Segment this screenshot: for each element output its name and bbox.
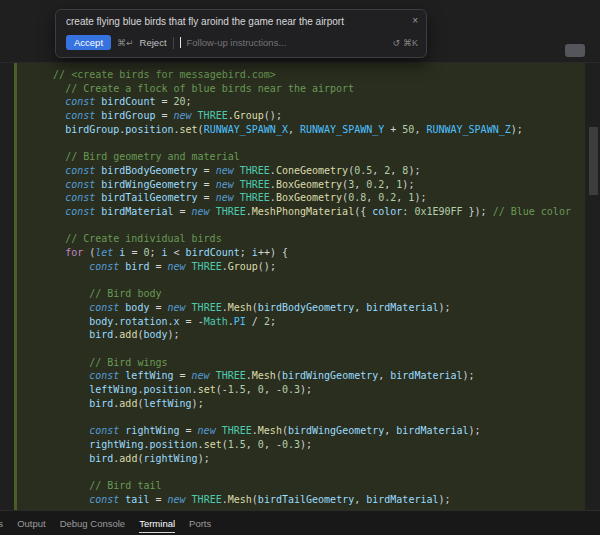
code-line: bird.add(body); bbox=[17, 328, 585, 342]
code-line: const birdTailGeometry = new THREE.BoxGe… bbox=[17, 191, 585, 205]
accept-keybind: ⌘↵ bbox=[117, 38, 134, 48]
code-line bbox=[17, 274, 585, 288]
code-line: // Bird wings bbox=[17, 356, 585, 370]
code-line: const bird = new THREE.Group(); bbox=[17, 260, 585, 274]
panel-tab-problems[interactable]: Problems bbox=[0, 514, 3, 532]
code-line: // Bird geometry and material bbox=[17, 150, 585, 164]
overlay-chip[interactable] bbox=[565, 44, 585, 57]
code-line: const birdGroup = new THREE.Group(); bbox=[17, 109, 585, 123]
code-line: const birdCount = 20; bbox=[17, 95, 585, 109]
code-line: rightWing.position.set(1.5, 0, -0.3); bbox=[17, 438, 585, 452]
code-line: const birdMaterial = new THREE.MeshPhong… bbox=[17, 205, 585, 219]
panel-tab-bar: ProblemsOutputDebug ConsoleTerminalPorts bbox=[0, 510, 600, 535]
code-line: const rightWing = new THREE.Mesh(birdWin… bbox=[17, 424, 585, 438]
code-line: leftWing.position.set(-1.5, 0, -0.3); bbox=[17, 383, 585, 397]
code-line: const leftWing = new THREE.Mesh(birdWing… bbox=[17, 369, 585, 383]
code-line: const tail = new THREE.Mesh(birdTailGeom… bbox=[17, 493, 585, 507]
code-line: // <create birds for messagebird.com> bbox=[17, 68, 585, 82]
code-line: birdGroup.position.set(RUNWAY_SPAWN_X, R… bbox=[17, 123, 585, 137]
code-line: const birdWingGeometry = new THREE.BoxGe… bbox=[17, 178, 585, 192]
code-line: // Create individual birds bbox=[17, 232, 585, 246]
divider bbox=[173, 37, 174, 49]
followup-keybind: ⌘K bbox=[403, 38, 418, 48]
code-line: bird.add(rightWing); bbox=[17, 452, 585, 466]
code-line bbox=[17, 342, 585, 356]
popup-prompt-row: create flying blue birds that fly aroind… bbox=[56, 10, 426, 31]
panel-tab-terminal[interactable]: Terminal bbox=[139, 514, 175, 533]
code-line bbox=[17, 465, 585, 479]
followup-input[interactable] bbox=[187, 37, 335, 48]
inline-edit-popup: create flying blue birds that fly aroind… bbox=[55, 9, 427, 58]
code-line: for (let i = 0; i < birdCount; i++) { bbox=[17, 246, 585, 260]
code-area[interactable]: // <create birds for messagebird.com> //… bbox=[14, 63, 585, 510]
prompt-text: create flying blue birds that fly aroind… bbox=[66, 16, 406, 28]
text-caret bbox=[180, 37, 181, 48]
vscode-window: { "popup": { "prompt": "create flying bl… bbox=[0, 0, 600, 535]
code-line bbox=[17, 219, 585, 233]
scrollbar-thumb[interactable] bbox=[589, 127, 598, 195]
code-line: body.rotation.x = -Math.PI / 2; bbox=[17, 315, 585, 329]
editor-region: // <create birds for messagebird.com> //… bbox=[0, 62, 600, 510]
code-line: const body = new THREE.Mesh(birdBodyGeom… bbox=[17, 301, 585, 315]
panel-tab-output[interactable]: Output bbox=[17, 514, 46, 532]
code-line: // Create a flock of blue birds near the… bbox=[17, 82, 585, 96]
accept-button[interactable]: Accept bbox=[66, 35, 111, 50]
panel-tab-debug-console[interactable]: Debug Console bbox=[60, 514, 126, 532]
reject-button[interactable]: Reject bbox=[140, 37, 167, 48]
code-line: bird.add(leftWing); bbox=[17, 397, 585, 411]
code-line: const birdBodyGeometry = new THREE.ConeG… bbox=[17, 164, 585, 178]
panel-tab-ports[interactable]: Ports bbox=[189, 514, 211, 532]
code-line: // Bird tail bbox=[17, 479, 585, 493]
code-line bbox=[17, 137, 585, 151]
code-line: // Bird body bbox=[17, 287, 585, 301]
close-icon[interactable]: × bbox=[412, 16, 418, 26]
code-line bbox=[17, 411, 585, 425]
followup-keybind-group: ↺ ⌘K bbox=[392, 38, 418, 48]
popup-actions-row: Accept ⌘↵ Reject ↺ ⌘K bbox=[56, 31, 426, 57]
panel-tabs: ProblemsOutputDebug ConsoleTerminalPorts bbox=[2, 514, 225, 533]
history-icon: ↺ bbox=[392, 38, 400, 48]
